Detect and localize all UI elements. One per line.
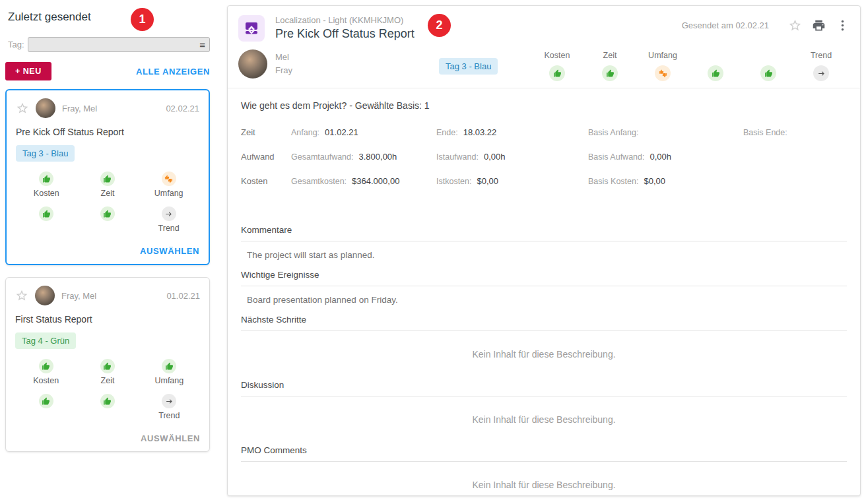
status-label: Kosten [34,189,59,199]
field-value: 0,00h [484,152,506,162]
status-label: Umfang [154,376,183,386]
field-value: 3.800,00h [359,152,397,162]
thumbs-up-icon [100,394,115,408]
thumbs-up-icon [708,65,723,81]
row-label: Kosten [241,176,291,186]
tag-filter-label: Tag: [5,40,28,49]
favorite-star-icon[interactable] [16,102,29,115]
tag-chip: Tag 4 - Grün [15,332,76,349]
section-naechste-schritte: Nächste Schritte Kein Inhalt für diese B… [241,315,847,380]
select-report-link[interactable]: AUSWÄHLEN [16,246,199,256]
section-heading: Wichtige Ereignisse [241,270,847,286]
status-label: Zeit [101,189,115,199]
field-key: Basis Anfang: [588,128,638,137]
metrics-row-zeit: Zeit Anfang:01.02.21 Ende:18.03.22 Basis… [241,120,847,144]
section-wichtige-ereignisse: Wichtige Ereignisse Board presentation p… [241,270,847,315]
author-avatar [35,286,55,305]
tag-filter-row: Tag: ≡ [5,37,210,52]
card-status-grid: Kosten Zeit Umfang Trend [16,172,199,234]
status-label: Umfang [154,189,183,199]
project-name: Localization - Light (KKMHKJMO) [275,15,415,25]
show-all-link[interactable]: ALLE ANZEIGEN [136,67,210,77]
section-kommentare: Kommentare The project will start as pla… [241,225,847,270]
section-empty-content: Kein Inhalt für diese Beschreibung. [241,331,847,380]
status-label: Zeit [603,51,617,61]
tag-chip: Tag 3 - Blau [439,58,498,75]
sidebar-actions: + NEU ALLE ANZEIGEN [5,62,210,80]
metrics-row-kosten: Kosten Gesamtkosten:$364.000,00 Istkoste… [241,169,847,193]
annotation-badge-2: 2 [428,14,451,37]
new-report-button[interactable]: + NEU [5,62,51,80]
thumbs-up-icon [100,359,115,373]
field-key: Gesamtkosten: [291,177,347,186]
author-avatar [36,98,55,118]
annotation-badge-1: 1 [131,8,154,31]
status-label: Trend [811,51,832,61]
thumbs-up-icon [760,65,776,81]
card-date: 02.02.21 [166,104,199,113]
thumbs-up-icon [39,172,53,186]
field-key: Basis Ende: [743,128,787,137]
status-label: Trend [158,224,180,234]
status-label: Umfang [648,51,677,61]
select-report-link[interactable]: AUSWÄHLEN [15,433,200,443]
thumbs-up-icon [100,172,115,186]
thumbs-up-icon [602,65,618,81]
field-key: Istkosten: [436,177,472,186]
report-body: Wie geht es dem Projekt? - Gewählte Basi… [228,100,860,504]
field-key: Basis Aufwand: [588,152,644,162]
field-key: Basis Kosten: [588,177,638,186]
row-label: Zeit [241,127,291,137]
trend-arrow-icon [162,394,176,408]
thumbs-mixed-icon [655,65,671,81]
status-label: Kosten [33,376,59,386]
field-value: 0,00h [650,152,671,162]
section-heading: Kommentare [241,225,847,241]
report-header: Localization - Light (KKMHKJMO) Pre Kick… [228,6,860,88]
metrics-grid: Zeit Anfang:01.02.21 Ende:18.03.22 Basis… [241,120,847,193]
report-title: Pre Kick Off Status Report [275,27,415,41]
tag-dropdown-icon[interactable]: ≡ [199,40,205,49]
section-pmo-comments: PMO Comments Kein Inhalt für diese Besch… [241,445,847,504]
card-status-grid: Kosten Zeit Umfang Trend [15,359,200,421]
favorite-star-icon[interactable] [15,289,28,302]
field-value: $0,00 [644,176,665,186]
card-date: 01.02.21 [166,291,200,301]
card-author: Fray, Mel [61,291,96,301]
card-title: First Status Report [15,314,200,325]
kebab-menu-icon[interactable] [835,18,849,32]
report-sections: Kommentare The project will start as pla… [241,225,847,504]
tag-filter-input[interactable]: ≡ [28,37,210,52]
author-last-name: Fray [275,64,292,77]
print-icon[interactable] [811,18,826,32]
field-value: $0,00 [477,176,499,186]
sidebar-title: Zuletzt gesendet [5,0,210,24]
thumbs-up-icon [39,394,53,408]
section-heading: PMO Comments [241,445,847,462]
status-label: Kosten [545,51,570,61]
thumbs-up-icon [39,359,53,373]
thumbs-up-icon [100,206,115,221]
card-author: Fray, Mel [62,104,97,113]
trend-arrow-icon [162,206,176,221]
section-heading: Diskussion [241,380,847,396]
report-author-avatar [238,49,267,79]
report-author-name: Mel Fray [275,51,292,77]
thumbs-up-icon [39,206,53,221]
recently-sent-sidebar: Zuletzt gesendet Tag: ≡ + NEU ALLE ANZEI… [5,0,210,452]
field-value: 01.02.21 [325,127,358,137]
status-label: Zeit [101,376,115,386]
section-empty-content: Kein Inhalt für diese Beschreibung. [241,396,847,445]
metrics-row-aufwand: Aufwand Gesamtaufwand:3.800,00h Istaufwa… [241,144,847,169]
project-tray-icon [238,15,265,42]
trend-arrow-icon [813,65,829,81]
sent-date-label: Gesendet am 02.02.21 [682,20,769,30]
favorite-star-icon[interactable] [787,18,802,32]
report-card-1[interactable]: Fray, Mel 02.02.21 Pre Kick Off Status R… [5,89,210,265]
report-card-2[interactable]: Fray, Mel 01.02.21 First Status Report T… [5,277,210,452]
field-key: Istaufwand: [436,152,479,162]
thumbs-up-icon [162,359,176,373]
field-value: $364.000,00 [352,176,399,186]
field-key: Ende: [436,128,458,137]
card-title: Pre Kick Off Status Report [16,127,199,137]
